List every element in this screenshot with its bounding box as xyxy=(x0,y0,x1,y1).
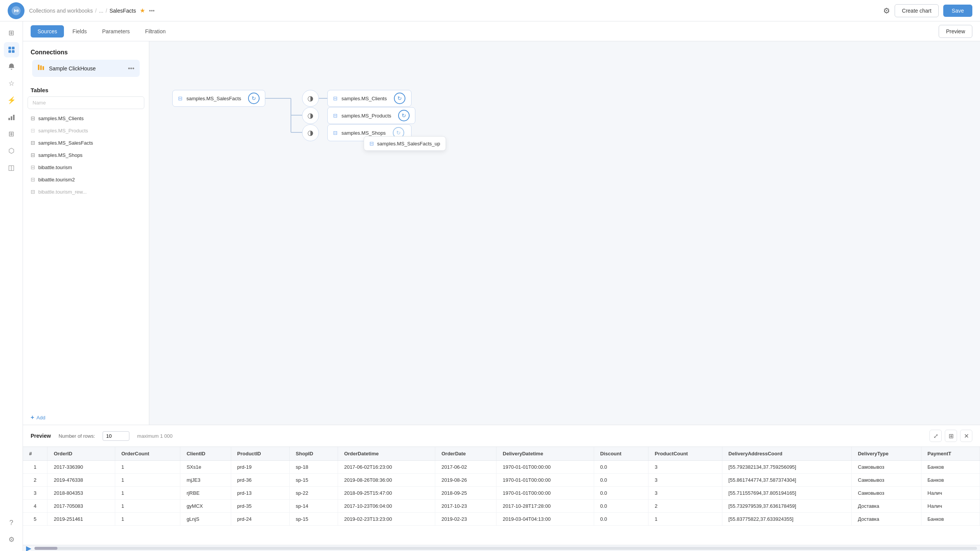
topbar: Collections and workbooks / ... / SalesF… xyxy=(0,0,980,21)
cell-value: 2017-06-02 xyxy=(435,461,497,474)
row-number: 5 xyxy=(23,513,47,526)
tab-sources[interactable]: Sources xyxy=(31,25,64,37)
play-button[interactable]: ▶ xyxy=(26,544,31,551)
app-logo[interactable] xyxy=(8,2,24,19)
columns-icon-button[interactable]: ⊞ xyxy=(945,430,957,442)
favorite-star-icon[interactable]: ★ xyxy=(140,7,145,14)
breadcrumb-current: SalesFacts xyxy=(109,8,136,14)
node-products[interactable]: ⊟ samples.MS_Products ↻ xyxy=(327,107,415,124)
add-label: Add xyxy=(36,415,45,421)
node-table-icon-2: ⊟ xyxy=(333,95,338,101)
node-salesfacts[interactable]: ⊟ samples.MS_SalesFacts ↻ xyxy=(172,90,265,107)
settings-button[interactable]: ⚙ xyxy=(883,6,890,15)
breadcrumb-sep1: / xyxy=(95,8,97,14)
table-item-tourism2[interactable]: ⊟ bibattle.tourism2 xyxy=(28,173,144,186)
nav-collections-icon[interactable] xyxy=(4,42,19,57)
cell-value: prd-35 xyxy=(231,500,289,513)
nav-grid2-icon[interactable]: ⊞ xyxy=(4,126,19,142)
cell-value: sp-18 xyxy=(289,461,338,474)
cell-value: [55.711557694,37.805194165] xyxy=(722,487,851,500)
table-name: bibattle.tourism_rew... xyxy=(38,189,87,195)
cell-value: gyMCX xyxy=(180,500,231,513)
nav-settings-icon[interactable]: ⚙ xyxy=(4,532,19,547)
node-refresh-clients-button[interactable]: ↻ xyxy=(394,93,405,104)
cell-value: sp-14 xyxy=(289,500,338,513)
plus-icon: + xyxy=(31,414,34,421)
nav-puzzle-icon[interactable]: ⬡ xyxy=(4,143,19,158)
nav-star-icon[interactable]: ☆ xyxy=(4,76,19,91)
cell-value: SXs1e xyxy=(180,461,231,474)
join-node-3[interactable]: ◑ xyxy=(302,124,319,141)
node-refresh-button[interactable]: ↻ xyxy=(248,93,260,104)
close-preview-button[interactable]: ✕ xyxy=(960,430,972,442)
nav-bell-icon[interactable] xyxy=(4,59,19,74)
cell-value: gLnjS xyxy=(180,513,231,526)
canvas-area: ⊟ samples.MS_SalesFacts ↻ ◑ ◑ ◑ ⊟ sample… xyxy=(149,41,980,425)
svg-rect-10 xyxy=(40,65,42,70)
cell-value: rjRBE xyxy=(180,487,231,500)
cell-value: 2018-804353 xyxy=(47,487,115,500)
cell-value: Налич xyxy=(921,487,980,500)
middle-panel: Connections Sample ClickHouse ••• xyxy=(23,41,980,425)
cell-value: 2019-08-26T08:36:00 xyxy=(338,474,435,487)
table-item-clients[interactable]: ⊟ samples.MS_Clients xyxy=(28,112,144,124)
rows-input[interactable] xyxy=(103,431,129,441)
node-clients-label: samples.MS_Clients xyxy=(341,96,387,101)
table-grid-icon-2: ⊟ xyxy=(31,164,35,170)
nav-chart-icon[interactable] xyxy=(4,109,19,125)
cell-value: 0.0 xyxy=(594,474,648,487)
add-button[interactable]: + Add xyxy=(28,410,144,425)
tab-filtration[interactable]: Filtration xyxy=(138,25,173,37)
table-item-salesfacts[interactable]: ⊟ samples.MS_SalesFacts xyxy=(28,137,144,149)
tooltip-table-name[interactable]: samples.MS_SalesFacts_up xyxy=(377,141,440,147)
connections-title: Connections xyxy=(23,41,149,60)
connection-more-icon[interactable]: ••• xyxy=(128,65,134,72)
node-table-icon: ⊟ xyxy=(178,95,183,101)
table-item-products[interactable]: ⊟ samples.MS_Products xyxy=(28,124,144,137)
cell-value: 1970-01-01T00:00:00 xyxy=(497,487,594,500)
breadcrumb-sep2: / xyxy=(106,8,107,14)
join-node-1[interactable]: ◑ xyxy=(302,90,319,107)
preview-table-wrapper: # OrderID OrderCount ClientID ProductID … xyxy=(23,447,980,545)
cell-value: [55.792382134,37.759256095] xyxy=(722,461,851,474)
node-clients[interactable]: ⊟ samples.MS_Clients ↻ xyxy=(327,90,412,107)
horizontal-scrollbar[interactable] xyxy=(34,547,977,550)
tables-search-input[interactable] xyxy=(28,96,144,109)
connection-item[interactable]: Sample ClickHouse ••• xyxy=(32,60,140,77)
cell-value: Самовывоз xyxy=(851,461,921,474)
cell-value: Налич xyxy=(921,500,980,513)
table-item-tourism-rew[interactable]: ⊟ bibattle.tourism_rew... xyxy=(28,186,144,198)
row-number: 2 xyxy=(23,474,47,487)
create-chart-button[interactable]: Create chart xyxy=(895,4,939,17)
cell-value: 2017-336390 xyxy=(47,461,115,474)
save-button[interactable]: Save xyxy=(943,5,972,17)
tooltip-table-icon: ⊟ xyxy=(369,140,374,147)
col-header-productcount: ProductCount xyxy=(648,447,722,461)
nav-layers-icon[interactable]: ◫ xyxy=(4,160,19,175)
cell-value: 1 xyxy=(115,513,180,526)
breadcrumb-parent[interactable]: Collections and workbooks xyxy=(29,8,93,14)
expand-icon-button[interactable]: ⤢ xyxy=(929,430,942,442)
table-item-tourism[interactable]: ⊟ bibattle.tourism xyxy=(28,161,144,173)
node-refresh-products-button[interactable]: ↻ xyxy=(398,110,410,121)
join-node-2[interactable]: ◑ xyxy=(302,107,319,124)
main-layout: ⊞ ☆ ⚡ ⊞ ⬡ ◫ ? ⚙ Sources Fields Paramete xyxy=(0,21,980,551)
diagram-connectors xyxy=(149,41,980,425)
tab-fields[interactable]: Fields xyxy=(65,25,93,37)
cell-value: 3 xyxy=(648,487,722,500)
tab-parameters[interactable]: Parameters xyxy=(95,25,137,37)
nav-grid-icon[interactable]: ⊞ xyxy=(4,25,19,41)
cell-value: Самовывоз xyxy=(851,474,921,487)
breadcrumb-dots[interactable]: ... xyxy=(99,8,103,14)
nav-flash-icon[interactable]: ⚡ xyxy=(4,93,19,108)
sidebar: Connections Sample ClickHouse ••• xyxy=(23,41,149,425)
preview-actions: ⤢ ⊞ ✕ xyxy=(929,430,972,442)
cell-value: sp-22 xyxy=(289,487,338,500)
table-item-shops[interactable]: ⊟ samples.MS_Shops xyxy=(28,149,144,161)
scrollbar-row: ▶ xyxy=(23,545,980,551)
cell-value: 2017-705083 xyxy=(47,500,115,513)
svg-rect-11 xyxy=(42,66,44,70)
preview-button[interactable]: Preview xyxy=(939,25,972,38)
nav-question-icon[interactable]: ? xyxy=(4,515,19,530)
more-options-icon[interactable]: ••• xyxy=(149,8,155,14)
